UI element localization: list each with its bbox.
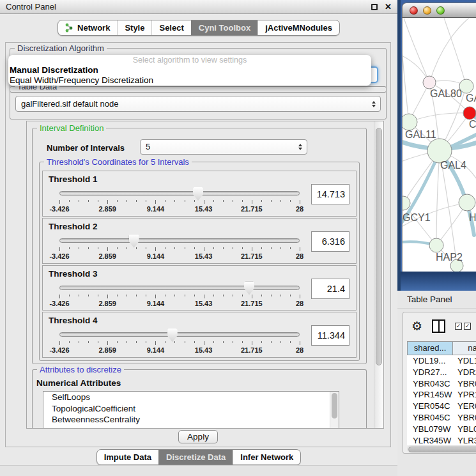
threshold-slider[interactable]: [59, 238, 300, 243]
tick-mark: [280, 341, 281, 343]
threshold-value-field[interactable]: 6.316: [311, 231, 349, 252]
table-cell[interactable]: YDR2...: [453, 367, 476, 378]
table-cell[interactable]: YDL1...: [453, 355, 476, 367]
scrollbar-thumb[interactable]: [376, 128, 382, 365]
minimize-traffic-light-icon[interactable]: [423, 6, 431, 15]
slider-thumb[interactable]: [167, 328, 178, 342]
network-node-gcy1[interactable]: [403, 196, 410, 210]
table-row[interactable]: YPR145WYPR145W: [407, 389, 476, 401]
table-row[interactable]: YDR27...YDR2...: [407, 367, 476, 378]
threshold-slider[interactable]: [59, 191, 300, 196]
table-cell[interactable]: YBR043C: [407, 378, 453, 390]
apply-button[interactable]: Apply: [178, 430, 218, 443]
network-edge[interactable]: [409, 113, 470, 122]
tab-infer-network[interactable]: Infer Network: [233, 450, 300, 464]
table-cell[interactable]: YBR045C: [453, 412, 476, 424]
table-cell[interactable]: YBR045C: [407, 412, 453, 424]
network-edge[interactable]: [403, 203, 436, 245]
threshold-value-field[interactable]: 21.4: [311, 279, 349, 299]
slider-thumb[interactable]: [193, 187, 203, 201]
attribute-item[interactable]: TopologicalCoefficient: [43, 403, 339, 415]
network-window-titlebar[interactable]: [402, 3, 476, 18]
table-cell[interactable]: YER054C: [407, 401, 453, 412]
tab-style[interactable]: Style: [117, 20, 151, 35]
table-cell[interactable]: YDL19...: [407, 355, 453, 367]
slider-track[interactable]: [59, 238, 300, 243]
network-edge[interactable]: [403, 43, 409, 122]
network-node-gal11[interactable]: [403, 114, 417, 130]
attributes-list-scrollbar[interactable]: [330, 392, 339, 429]
slider-ticks: [59, 295, 300, 299]
spinner-arrows-icon[interactable]: [298, 144, 302, 150]
network-edge[interactable]: [404, 18, 429, 82]
table-cell[interactable]: YPR145W: [453, 389, 476, 401]
tab-jactivemnodules[interactable]: jActiveMNodules: [257, 20, 339, 35]
scrollbar-thumb[interactable]: [408, 447, 476, 452]
scrollbar-thumb[interactable]: [332, 393, 337, 418]
tick-mark: [271, 200, 272, 202]
table-cell[interactable]: YDR27...: [407, 367, 453, 378]
tab-cyni-toolbox[interactable]: Cyni Toolbox: [191, 20, 257, 35]
table-row[interactable]: YBR045CYBR045C: [407, 412, 476, 424]
table-cell[interactable]: YLR345W: [453, 435, 476, 445]
table-row[interactable]: YDL19...YDL1...: [407, 355, 476, 367]
slider-track[interactable]: [59, 191, 300, 196]
gear-icon[interactable]: ⚙: [411, 320, 422, 332]
table-cell[interactable]: YBR043C: [453, 378, 476, 390]
tick-mark: [290, 200, 291, 202]
checked-checkbox-icon[interactable]: ✓: [455, 323, 462, 330]
group-title: Discretization Algorithm: [15, 43, 107, 53]
table-cell[interactable]: YBL079W: [453, 424, 476, 435]
tab-impute-data[interactable]: Impute Data: [97, 450, 158, 464]
algorithm-option[interactable]: Equal Width/Frequency Discretization: [8, 75, 371, 86]
tick-mark: [127, 341, 127, 343]
slider-track[interactable]: [59, 332, 300, 337]
threshold-slider[interactable]: [59, 286, 300, 291]
scale-tick-label: 15.43: [195, 252, 213, 260]
network-node-gal80[interactable]: [423, 76, 436, 89]
checked-checkbox-icon[interactable]: ✓: [464, 323, 471, 330]
tab-discretize-data[interactable]: Discretize Data: [158, 450, 233, 464]
table-row[interactable]: YBR043CYBR043C: [407, 378, 476, 390]
algorithm-option[interactable]: Manual Discretization: [8, 65, 371, 75]
attribute-item[interactable]: BetweennessCentrality: [43, 414, 339, 426]
close-traffic-light-icon[interactable]: [410, 6, 418, 15]
table-cell[interactable]: YPR145W: [407, 389, 453, 401]
column-header-1[interactable]: shared...: [407, 341, 453, 355]
network-node-hap2[interactable]: [429, 238, 443, 252]
num-intervals-spinner[interactable]: 5: [140, 139, 307, 155]
panel-vertical-scrollbar[interactable]: [374, 121, 383, 428]
threshold-value-field[interactable]: 11.344: [311, 325, 349, 346]
tick-mark: [204, 247, 204, 251]
threshold-slider[interactable]: [59, 332, 300, 337]
network-canvas[interactable]: GAL80GACGAL11GAL4GCY1HHAP2: [402, 18, 476, 272]
tab-network[interactable]: Network: [58, 20, 117, 35]
tick-mark: [185, 341, 185, 343]
slider-thumb[interactable]: [129, 234, 139, 248]
table-cell[interactable]: YLR345W: [407, 435, 453, 445]
table-data-combo[interactable]: galFiltered.sif default node: [15, 96, 381, 112]
close-icon[interactable]: ✕: [385, 4, 392, 10]
slider-thumb[interactable]: [244, 282, 254, 295]
table-row[interactable]: YLR345WYLR345W: [407, 435, 476, 445]
tick-mark: [252, 295, 252, 298]
network-node-c[interactable]: [463, 107, 476, 119]
threshold-value-field[interactable]: 14.713: [311, 184, 349, 204]
column-header-2[interactable]: name: [453, 341, 476, 355]
table-row[interactable]: YER054CYER054C: [407, 401, 476, 412]
tab-select[interactable]: Select: [151, 20, 190, 35]
table-cell[interactable]: YER054C: [453, 401, 476, 412]
columns-icon[interactable]: [432, 319, 445, 333]
attribute-item[interactable]: SelfLoops: [43, 392, 339, 403]
table-horizontal-scrollbar[interactable]: [407, 445, 476, 453]
float-window-icon[interactable]: [371, 4, 378, 10]
slider-track[interactable]: [59, 286, 300, 290]
table-row[interactable]: YBL079WYBL079W: [407, 424, 476, 435]
table-cell[interactable]: YBL079W: [407, 424, 453, 435]
table-data-combo-value: galFiltered.sif default node: [21, 99, 118, 109]
network-edge[interactable]: [444, 18, 466, 86]
network-edge[interactable]: [429, 18, 473, 82]
network-edge[interactable]: [436, 151, 440, 245]
zoom-traffic-light-icon[interactable]: [436, 6, 445, 15]
network-node-h[interactable]: [459, 194, 475, 211]
